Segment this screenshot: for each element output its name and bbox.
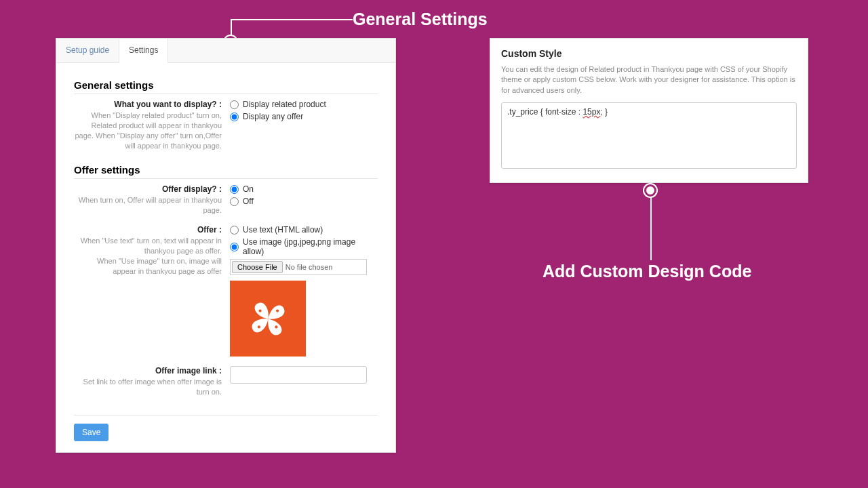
annotation-general-title: General Settings	[353, 9, 488, 29]
radio-display-any-offer[interactable]: Display any offer	[230, 112, 378, 121]
radio-display-any-offer-input[interactable]	[230, 113, 239, 121]
radio-use-image-input[interactable]	[230, 243, 239, 251]
custom-style-heading: Custom Style	[501, 48, 797, 59]
offer-settings-heading: Offer settings	[74, 160, 378, 179]
radio-use-text[interactable]: Use text (HTML allow)	[230, 225, 378, 235]
radio-use-image[interactable]: Use image (jpg,jpeg,png image allow)	[230, 237, 378, 256]
radio-offer-on-input[interactable]	[230, 185, 239, 194]
flower-icon	[239, 290, 297, 348]
custom-style-panel: Custom Style You can edit the design of …	[490, 38, 808, 183]
tab-setup-guide[interactable]: Setup guide	[56, 39, 119, 62]
display-help-text: When "Display related product" turn on, …	[74, 110, 222, 150]
offer-type-help: When "Use text" turn on, text will appea…	[74, 236, 222, 276]
offer-image-link-label: Offer image link :	[74, 366, 222, 375]
annotation-custom-title: Add Custom Design Code	[542, 262, 751, 281]
radio-use-text-input[interactable]	[230, 226, 239, 235]
svg-point-2	[257, 325, 260, 328]
tab-bar: Setup guide Settings	[56, 39, 395, 63]
custom-css-input[interactable]: .ty_price { font-size : 15px; }	[501, 102, 797, 169]
file-chosen-text: No file chosen	[285, 263, 333, 271]
svg-point-1	[275, 325, 277, 328]
radio-display-related[interactable]: Display related product	[230, 100, 378, 109]
radio-label: Use text (HTML allow)	[243, 225, 323, 235]
svg-point-0	[275, 309, 278, 312]
radio-offer-off-input[interactable]	[230, 197, 239, 206]
radio-label: Display any offer	[243, 112, 303, 121]
file-picker[interactable]: Choose File No file chosen	[230, 259, 367, 275]
radio-display-related-input[interactable]	[230, 100, 239, 109]
offer-display-help: When turn on, Offer will appear in thank…	[74, 195, 222, 216]
general-settings-heading: General settings	[74, 75, 378, 94]
radio-label: Off	[243, 197, 254, 206]
offer-type-label: Offer :	[74, 225, 222, 235]
annotation-dot	[644, 184, 656, 197]
save-button[interactable]: Save	[74, 424, 108, 441]
choose-file-button[interactable]: Choose File	[232, 261, 283, 273]
css-text-hl: 15px	[583, 107, 600, 117]
offer-display-label: Offer display? :	[74, 184, 222, 194]
settings-panel: Setup guide Settings General settings Wh…	[56, 38, 396, 453]
svg-point-3	[258, 309, 261, 312]
custom-style-desc: You can edit the design of Related produ…	[501, 64, 797, 96]
radio-offer-on[interactable]: On	[230, 184, 378, 194]
css-text: ; }	[600, 107, 608, 117]
radio-offer-off[interactable]: Off	[230, 197, 378, 206]
annotation-line	[231, 19, 353, 20]
radio-label: Display related product	[243, 100, 326, 109]
display-question-label: What you want to display? :	[74, 100, 222, 109]
css-text: .ty_price { font-size :	[507, 107, 583, 117]
offer-image-preview	[230, 281, 306, 357]
offer-image-link-help: Set link to offer image when offer image…	[74, 377, 222, 397]
offer-image-link-input[interactable]	[230, 366, 367, 384]
radio-label: Use image (jpg,jpeg,png image allow)	[243, 237, 378, 256]
radio-label: On	[243, 184, 254, 194]
annotation-line	[650, 197, 652, 260]
tab-settings[interactable]: Settings	[119, 39, 168, 63]
